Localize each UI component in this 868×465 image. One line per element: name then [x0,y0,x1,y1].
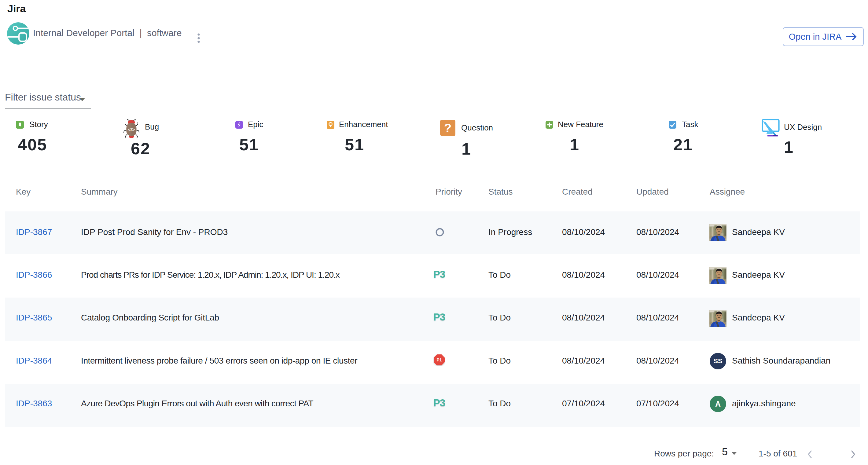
svg-text:P1: P1 [436,358,442,362]
svg-text:</>: </> [128,127,135,132]
